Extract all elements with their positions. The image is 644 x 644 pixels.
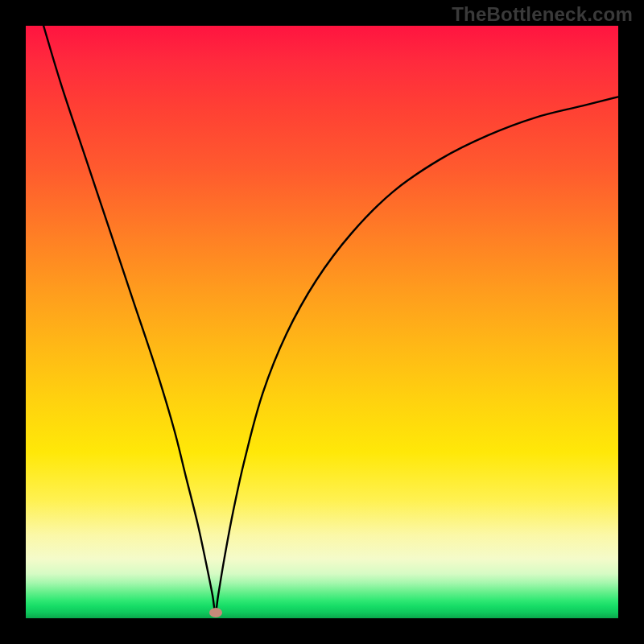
chart-frame: TheBottleneck.com	[0, 0, 644, 644]
watermark-text: TheBottleneck.com	[452, 3, 633, 26]
curve-path	[43, 26, 618, 613]
plot-area	[26, 26, 618, 618]
optimum-marker	[209, 608, 222, 617]
bottleneck-curve	[26, 26, 618, 618]
